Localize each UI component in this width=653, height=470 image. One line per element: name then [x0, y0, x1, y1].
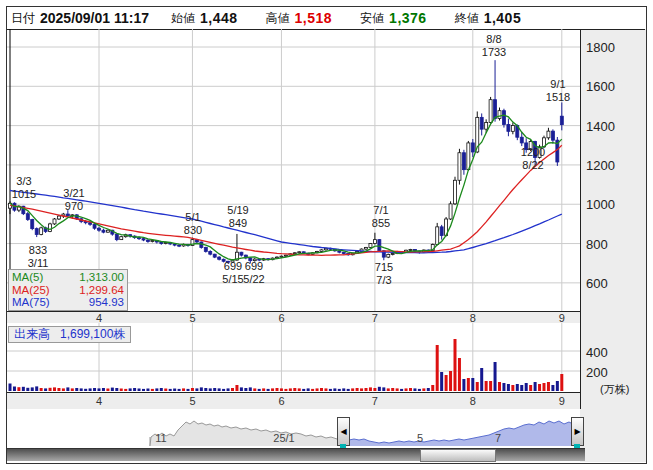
- volume-bar: [191, 388, 194, 391]
- candle-body: [458, 153, 461, 181]
- ma25-line: [10, 145, 562, 255]
- volume-bar: [155, 388, 158, 391]
- high-value: 1,518: [295, 10, 333, 26]
- volume-bar: [138, 389, 141, 392]
- volume-bar: [62, 388, 65, 391]
- volume-bar: [302, 389, 305, 391]
- volume-bar: [222, 389, 225, 391]
- candle-body: [369, 244, 372, 248]
- candle-body: [146, 240, 149, 242]
- price-tick-label: 800: [586, 236, 608, 251]
- candle-body: [391, 253, 394, 254]
- volume-bar: [356, 388, 359, 391]
- volume-bar: [98, 388, 101, 391]
- nav-history-area-fill: [150, 421, 337, 446]
- candle-body: [547, 131, 550, 138]
- candle-body: [204, 247, 207, 251]
- candle-body: [449, 204, 452, 219]
- volume-bar: [164, 389, 167, 392]
- candle-body: [480, 117, 483, 129]
- volume-bar: [409, 388, 412, 391]
- volume-bar: [454, 339, 457, 391]
- volume-bar: [480, 368, 483, 391]
- candle-body: [102, 230, 105, 232]
- nav-range-label: 5: [417, 432, 423, 444]
- month-label: 9: [559, 395, 565, 407]
- candle-body: [560, 116, 563, 124]
- candle-body: [298, 252, 301, 253]
- volume-bar: [538, 384, 541, 391]
- volume-bar: [387, 388, 390, 391]
- nav-scrollbar-thumb[interactable]: [420, 449, 496, 462]
- volume-bar: [298, 388, 301, 391]
- volume-bar: [489, 381, 492, 391]
- volume-bar: [129, 388, 132, 391]
- volume-bar: [49, 388, 52, 391]
- candle-body: [280, 256, 283, 257]
- volume-bar: [244, 388, 247, 391]
- stock-chart-window: 日付 2025/09/01 11:17 始値 1,448 高値 1,518 安値…: [0, 0, 653, 470]
- volume-bar: [471, 378, 474, 391]
- volume-bar: [271, 388, 274, 391]
- candle-body: [93, 224, 96, 228]
- volume-bar: [258, 389, 261, 391]
- candle-body: [485, 122, 488, 129]
- candle-body: [35, 229, 38, 235]
- price-annotation: 6995/22: [243, 260, 264, 286]
- volume-bar: [31, 387, 34, 391]
- volume-bar: [218, 388, 221, 391]
- candle-body: [507, 124, 510, 131]
- volume-bar: [173, 389, 176, 392]
- nav-scrollbar-track[interactable]: [7, 448, 585, 461]
- month-label: 5: [189, 395, 195, 407]
- candle-body: [209, 251, 212, 254]
- volume-bar: [560, 374, 563, 391]
- volume-bar: [178, 389, 181, 391]
- volume-bar: [106, 389, 109, 392]
- volume-bar: [320, 388, 323, 391]
- volume-bar: [324, 388, 327, 391]
- volume-bar: [267, 389, 270, 391]
- nav-scroll-right-button[interactable]: ▶: [571, 417, 584, 446]
- candle-body: [440, 227, 443, 236]
- candle-body: [436, 227, 439, 245]
- volume-bar: [516, 384, 519, 391]
- volume-bar: [13, 387, 16, 392]
- volume-bar: [160, 388, 163, 391]
- volume-bar: [169, 389, 172, 391]
- ma-legend-row-ma5: MA(5) 1,313.00: [12, 271, 124, 284]
- volume-bar: [293, 388, 296, 391]
- volume-label-box: 出来高1,699,100株: [8, 326, 131, 343]
- candle-body: [494, 100, 497, 119]
- candle-body: [66, 214, 69, 216]
- ma-legend-row-ma75: MA(75) 954.93: [12, 296, 124, 309]
- volume-bar: [235, 385, 238, 391]
- candle-body: [151, 240, 154, 241]
- volume-bar: [102, 388, 105, 391]
- volume-bar: [458, 358, 461, 391]
- ohlc-header-bar: 日付 2025/09/01 11:17 始値 1,448 高値 1,518 安値…: [7, 7, 645, 30]
- nav-scroll-left-button[interactable]: ◀: [337, 417, 350, 446]
- date-value: 2025/09/01 11:17: [40, 10, 149, 26]
- volume-bar: [418, 389, 421, 391]
- candle-body: [511, 125, 514, 131]
- volume-unit-label: (万株): [600, 382, 629, 397]
- candle-body: [489, 100, 492, 123]
- month-label: 5: [189, 312, 195, 324]
- ma75-label: MA(75): [12, 296, 50, 309]
- candle-body: [40, 228, 43, 235]
- candle-body: [293, 253, 296, 254]
- volume-bar: [440, 372, 443, 391]
- nav-range-label: 11: [155, 432, 166, 444]
- month-label: 4: [96, 395, 102, 407]
- ma5-value: 1,313.00: [79, 271, 124, 284]
- volume-bar: [284, 389, 287, 391]
- price-annotation: 8/81733: [482, 33, 506, 59]
- volume-bar: [187, 389, 190, 391]
- candle-body: [31, 220, 34, 229]
- volume-bar: [44, 388, 47, 391]
- volume-bar: [146, 389, 149, 392]
- volume-bar: [276, 388, 279, 391]
- volume-bar: [151, 389, 154, 391]
- ma-legend-row-ma25: MA(25) 1,299.64: [12, 284, 124, 297]
